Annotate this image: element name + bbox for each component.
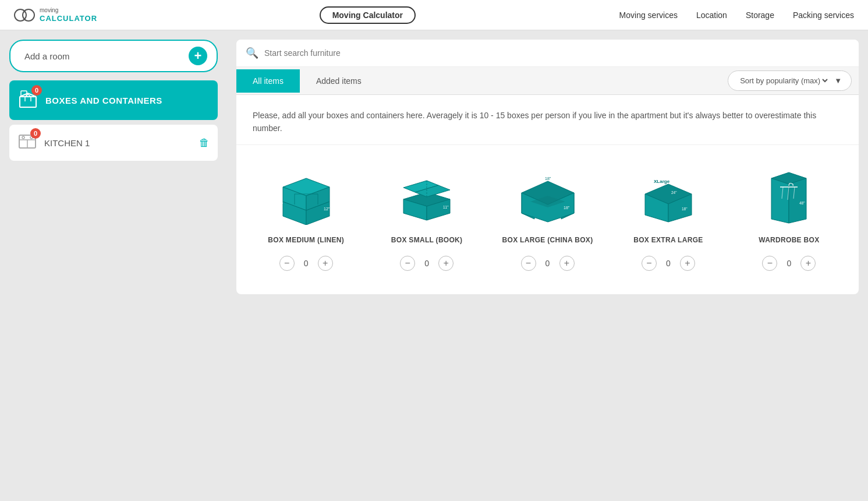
content-panel: 🔍 All items Added items Sort by populari… (236, 40, 859, 294)
item-box-large: 24" 18" 18" BOX LARGE (CHINA BOX) − 0 + (487, 159, 608, 280)
content-area: 🔍 All items Added items Sort by populari… (227, 30, 868, 501)
box-xl-qty-value: 0 (664, 259, 673, 268)
nav-moving-services[interactable]: Moving services (619, 10, 678, 20)
box-medium-decrease[interactable]: − (279, 256, 295, 271)
description-text: Please, add all your boxes and container… (236, 95, 859, 145)
box-large-qty-value: 0 (543, 259, 552, 268)
wardrobe-qty-value: 0 (784, 259, 793, 268)
sidebar-item-kitchen[interactable]: 0 KITCHEN 1 🗑 (9, 125, 218, 161)
chevron-down-icon: ▼ (834, 76, 842, 85)
logo-moving: moving (40, 7, 97, 14)
box-xl-quantity: − 0 + (642, 256, 695, 271)
box-small-increase[interactable]: + (438, 256, 454, 271)
search-input[interactable] (264, 48, 849, 58)
logo: moving CALCULATOR (14, 7, 97, 23)
sidebar: Add a room + 0 BOXES AND CONTAINERS (0, 30, 227, 501)
box-large-decrease[interactable]: − (521, 256, 536, 271)
wardrobe-increase[interactable]: + (800, 256, 816, 271)
svg-text:18": 18" (564, 206, 570, 210)
main-layout: Add a room + 0 BOXES AND CONTAINERS (0, 30, 868, 501)
box-medium-image: 25" 12" 18" (271, 168, 341, 227)
nav-packing-services[interactable]: Packing services (793, 10, 854, 20)
item-box-xl: XLarge 24" 18" 24" BOX EXTRA LARGE − 0 + (608, 159, 728, 280)
boxes-label: BOXES AND CONTAINERS (45, 96, 162, 105)
moving-calculator-button[interactable]: Moving Calculator (320, 6, 416, 24)
add-room-button[interactable]: Add a room + (9, 40, 218, 72)
box-xl-label: BOX EXTRA LARGE (633, 236, 703, 244)
box-small-qty-value: 0 (422, 259, 431, 268)
svg-text:18": 18" (545, 177, 551, 181)
box-small-svg: 19" 11" (398, 171, 456, 224)
logo-calculator: CALCULATOR (40, 14, 97, 23)
box-large-svg: 24" 18" 18" (516, 170, 580, 225)
header: moving CALCULATOR Moving Calculator Movi… (0, 0, 868, 30)
box-xl-image: XLarge 24" 18" 24" (633, 168, 703, 227)
box-xl-increase[interactable]: + (680, 256, 695, 271)
boxes-badge: 0 (31, 85, 42, 96)
header-nav-right: Moving services Location Storage Packing… (619, 10, 854, 20)
search-bar: 🔍 (236, 40, 859, 67)
svg-text:XLarge: XLarge (654, 179, 670, 184)
wardrobe-decrease[interactable]: − (762, 256, 777, 271)
item-box-small: 19" 11" BOX SMALL (BOOK) − 0 + (366, 159, 487, 280)
box-large-label: BOX LARGE (CHINA BOX) (502, 236, 593, 244)
svg-text:24": 24" (768, 220, 774, 224)
box-small-decrease[interactable]: − (400, 256, 415, 271)
box-medium-svg: 25" 12" 18" (274, 170, 338, 225)
wardrobe-label: WARDROBE BOX (759, 236, 819, 244)
items-grid: 25" 12" 18" BOX MEDIUM (LINEN) − 0 + (236, 145, 859, 294)
kitchen-icon-area: 0 (17, 132, 37, 154)
box-medium-label: BOX MEDIUM (LINEN) (268, 236, 344, 244)
box-large-quantity: − 0 + (521, 256, 575, 271)
box-medium-quantity: − 0 + (279, 256, 333, 271)
wardrobe-image: 24" 48" (754, 168, 824, 227)
svg-text:19": 19" (405, 218, 410, 222)
sort-select[interactable]: Sort by popularity (max) (738, 76, 830, 86)
logo-text: moving CALCULATOR (40, 7, 97, 23)
svg-text:24": 24" (644, 220, 650, 224)
box-large-image: 24" 18" 18" (513, 168, 583, 227)
box-small-quantity: − 0 + (400, 256, 454, 271)
tab-all-items[interactable]: All items (236, 69, 300, 93)
svg-marker-45 (771, 178, 789, 223)
svg-text:18": 18" (277, 202, 284, 206)
svg-text:18": 18" (682, 207, 688, 211)
tabs-row: All items Added items Sort by popularity… (236, 67, 859, 95)
search-icon: 🔍 (246, 47, 258, 59)
kitchen-delete-icon[interactable]: 🗑 (199, 137, 210, 149)
wardrobe-svg: 24" 48" (760, 170, 818, 225)
item-box-medium: 25" 12" 18" BOX MEDIUM (LINEN) − 0 + (246, 159, 366, 280)
box-medium-qty-value: 0 (302, 259, 311, 268)
box-small-image: 19" 11" (392, 168, 462, 227)
kitchen-label: KITCHEN 1 (44, 138, 199, 148)
box-xl-decrease[interactable]: − (642, 256, 657, 271)
svg-text:24": 24" (671, 190, 677, 195)
svg-text:48": 48" (799, 201, 805, 205)
svg-point-7 (22, 136, 24, 139)
svg-text:11": 11" (443, 205, 449, 209)
svg-rect-0 (20, 97, 36, 107)
box-large-increase[interactable]: + (559, 256, 575, 271)
tab-added-items[interactable]: Added items (300, 69, 378, 93)
sidebar-item-boxes[interactable]: 0 BOXES AND CONTAINERS (9, 80, 218, 120)
add-room-plus-icon: + (189, 47, 207, 65)
header-nav-center: Moving Calculator (116, 6, 619, 24)
logo-circle-right (22, 9, 35, 22)
item-wardrobe: 24" 48" WARDROBE BOX − 0 + (729, 159, 849, 280)
logo-circles (14, 9, 35, 22)
box-medium-increase[interactable]: + (318, 256, 333, 271)
wardrobe-quantity: − 0 + (762, 256, 816, 271)
svg-text:24": 24" (523, 220, 529, 224)
nav-location[interactable]: Location (696, 10, 727, 20)
box-small-label: BOX SMALL (BOOK) (391, 236, 463, 244)
nav-storage[interactable]: Storage (746, 10, 774, 20)
kitchen-badge: 0 (30, 128, 41, 139)
boxes-icon-area: 0 (17, 89, 38, 112)
box-xl-svg: XLarge 24" 18" 24" (636, 170, 700, 225)
svg-text:12": 12" (324, 207, 330, 211)
svg-text:25": 25" (286, 220, 292, 224)
sort-dropdown[interactable]: Sort by popularity (max) ▼ (728, 70, 852, 91)
add-room-label: Add a room (24, 51, 70, 61)
